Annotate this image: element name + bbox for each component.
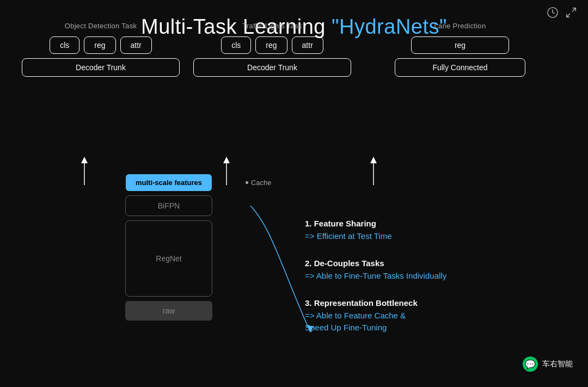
task-label-traffic-lights: Traffic Lights Task bbox=[242, 22, 302, 30]
feature-title-2: 2. De-Couples Tasks bbox=[305, 257, 446, 270]
task-group-lane-prediction: Lane Prediction reg Fully Connected bbox=[395, 22, 525, 77]
wechat-icon: 💬 bbox=[523, 357, 538, 372]
raw-box: raw bbox=[125, 301, 212, 321]
feature-sub-1: => Efficient at Test Time bbox=[305, 230, 446, 243]
svg-line-2 bbox=[567, 14, 570, 17]
task-outputs-traffic-lights: cls reg attr bbox=[221, 36, 323, 54]
output-attr-2: attr bbox=[292, 36, 323, 54]
watermark: 💬 车右智能 bbox=[523, 357, 573, 372]
task-group-object-detection: Object Detection Task cls reg attr Decod… bbox=[22, 22, 180, 77]
regnet-box: RegNet bbox=[125, 220, 212, 297]
tasks-row: Object Detection Task cls reg attr Decod… bbox=[0, 22, 588, 77]
feature-item-3: 3. Representation Bottleneck => Able to … bbox=[305, 297, 446, 334]
cache-label: Cache bbox=[246, 179, 272, 187]
task-label-object-detection: Object Detection Task bbox=[65, 22, 137, 30]
feature-item-1: 1. Feature Sharing => Efficient at Test … bbox=[305, 218, 446, 242]
slide-container: Multi-Task Learning "HydraNets" bbox=[0, 0, 588, 387]
svg-marker-8 bbox=[370, 157, 377, 163]
output-cls-1: cls bbox=[50, 36, 79, 54]
feature-sub-2: => Able to Fine-Tune Tasks Individually bbox=[305, 270, 446, 282]
bifpn-box: BiFPN bbox=[125, 195, 212, 216]
trunk-object-detection: Decoder Trunk bbox=[22, 58, 180, 77]
task-outputs-lane-prediction: reg bbox=[411, 36, 509, 54]
backbone-area: multi-scale features Cache BiFPN RegNet … bbox=[125, 174, 212, 321]
trunk-traffic-lights: Decoder Trunk bbox=[193, 58, 351, 77]
multi-scale-features-button: multi-scale features bbox=[126, 174, 212, 191]
top-right-icons bbox=[547, 7, 577, 19]
output-attr-1: attr bbox=[120, 36, 152, 54]
output-reg-3: reg bbox=[411, 36, 509, 54]
clock-icon bbox=[547, 7, 559, 19]
svg-marker-4 bbox=[81, 157, 88, 163]
output-cls-2: cls bbox=[221, 36, 251, 54]
feature-title-1: 1. Feature Sharing bbox=[305, 218, 446, 230]
task-outputs-object-detection: cls reg attr bbox=[50, 36, 152, 54]
output-reg-2: reg bbox=[255, 36, 287, 54]
output-reg-1: reg bbox=[84, 36, 115, 54]
svg-marker-6 bbox=[223, 157, 230, 163]
trunk-lane-prediction: Fully Connected bbox=[395, 58, 525, 77]
task-group-traffic-lights: Traffic Lights Task cls reg attr Decoder… bbox=[193, 22, 351, 77]
task-label-lane-prediction: Lane Prediction bbox=[434, 22, 486, 30]
feature-title-3: 3. Representation Bottleneck bbox=[305, 297, 446, 310]
watermark-text: 车右智能 bbox=[542, 359, 573, 369]
cache-dot bbox=[246, 181, 248, 184]
expand-icon bbox=[565, 7, 577, 19]
feature-item-2: 2. De-Couples Tasks => Able to Fine-Tune… bbox=[305, 257, 446, 282]
features-list: 1. Feature Sharing => Efficient at Test … bbox=[305, 218, 446, 334]
svg-line-1 bbox=[572, 8, 575, 11]
feature-sub-3: => Able to Feature Cache & Speed Up Fine… bbox=[305, 310, 446, 334]
